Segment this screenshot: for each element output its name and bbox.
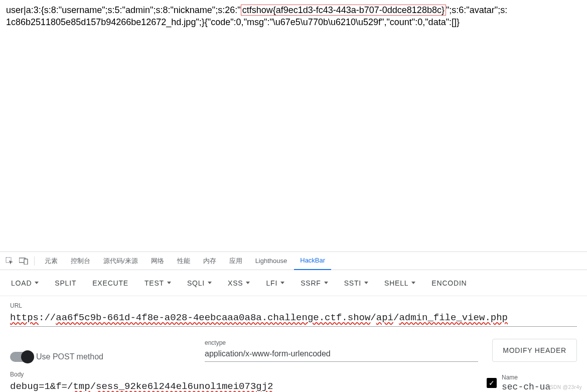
tab-network[interactable]: 网络	[145, 252, 170, 270]
caret-icon	[246, 282, 250, 284]
ssrf-label: SSRF	[301, 279, 321, 287]
devtools-tabbar: 元素 控制台 源代码/来源 网络 性能 内存 应用 Lighthouse Hac…	[0, 252, 587, 270]
caret-icon	[324, 282, 328, 284]
caret-icon	[35, 282, 39, 284]
hackbar-panel: URL https://aa6f5c9b-661d-4f8e-a028-4eeb…	[0, 296, 587, 392]
url-sep: /	[393, 312, 399, 323]
tabbar-separator	[34, 256, 35, 266]
body-seg: tmp	[73, 381, 90, 392]
url-seg-api: api	[376, 312, 393, 323]
url-label: URL	[10, 302, 577, 309]
caret-icon	[167, 282, 171, 284]
tab-application[interactable]: 应用	[223, 252, 248, 270]
response-body: user|a:3:{s:8:"username";s:5:"admin";s:8…	[0, 0, 587, 221]
post-toggle-label: Use POST method	[36, 352, 103, 361]
test-label: TEST	[144, 279, 164, 287]
header-name-label: Name	[502, 374, 577, 381]
split-button[interactable]: SPLIT	[48, 275, 83, 291]
inspect-icon[interactable]	[3, 254, 16, 268]
encoding-label: ENCODIN	[431, 279, 467, 287]
tab-hackbar[interactable]: HackBar	[294, 252, 331, 270]
enctype-value: application/x-www-form-urlencoded	[205, 349, 331, 358]
load-label: LOAD	[11, 279, 32, 287]
xss-label: XSS	[228, 279, 243, 287]
tab-console[interactable]: 控制台	[65, 252, 96, 270]
response-text-post: ";s:6:"avatar";s:	[446, 5, 507, 15]
url-sep: ://	[39, 312, 56, 323]
device-toggle-icon[interactable]	[17, 254, 30, 268]
caret-icon	[280, 282, 284, 284]
ssti-button[interactable]: SSTI	[337, 275, 375, 291]
tab-sources[interactable]: 源代码/来源	[97, 252, 144, 270]
encoding-button[interactable]: ENCODIN	[424, 275, 474, 291]
devtools-panel: 元素 控制台 源代码/来源 网络 性能 内存 应用 Lighthouse Hac…	[0, 251, 587, 392]
caret-icon	[208, 282, 212, 284]
url-host: aa6f5c9b-661d-4f8e-a028-4eebcaaa0a8a.cha…	[56, 312, 370, 323]
tab-memory[interactable]: 内存	[197, 252, 222, 270]
body-text: /	[90, 381, 96, 392]
url-input[interactable]: https://aa6f5c9b-661d-4f8e-a028-4eebcaaa…	[10, 310, 577, 327]
response-text-pre: user|a:3:{s:8:"username";s:5:"admin";s:8…	[6, 5, 241, 15]
test-button[interactable]: TEST	[137, 275, 178, 291]
enctype-select[interactable]: application/x-www-form-urlencoded	[205, 347, 478, 362]
url-seg-file: admin_file_view.php	[399, 312, 508, 323]
body-text: debug=1&f=/	[10, 381, 73, 392]
hackbar-toolbar: LOAD SPLIT EXECUTE TEST SQLI XSS LFI SSR…	[0, 270, 587, 296]
enctype-label: enctype	[205, 339, 478, 346]
shell-button[interactable]: SHELL	[377, 275, 422, 291]
execute-button[interactable]: EXECUTE	[85, 275, 135, 291]
sqli-label: SQLI	[187, 279, 205, 287]
shell-label: SHELL	[384, 279, 408, 287]
body-input[interactable]: debug=1&f=/tmp/sess_92ke6l244el6unol1mei…	[10, 379, 473, 392]
tab-performance[interactable]: 性能	[171, 252, 196, 270]
sqli-button[interactable]: SQLI	[180, 275, 219, 291]
post-toggle[interactable]	[10, 352, 33, 362]
url-sep: /	[370, 312, 376, 323]
response-text-line2: 1c86b2511805e85d157b94266be12672_hd.jpg"…	[6, 17, 460, 27]
lfi-label: LFI	[266, 279, 277, 287]
caret-icon	[364, 282, 368, 284]
split-label: SPLIT	[55, 279, 76, 287]
tab-lighthouse[interactable]: Lighthouse	[249, 252, 294, 270]
load-button[interactable]: LOAD	[4, 275, 46, 291]
body-label: Body	[10, 371, 473, 378]
url-scheme: https	[10, 312, 39, 323]
ssti-label: SSTI	[344, 279, 361, 287]
modify-header-button[interactable]: MODIFY HEADER	[492, 339, 577, 362]
header-checkbox[interactable]: ✓	[487, 378, 497, 388]
execute-label: EXECUTE	[92, 279, 128, 287]
xss-button[interactable]: XSS	[221, 275, 257, 291]
caret-icon	[411, 282, 415, 284]
watermark: CSDN @23r4y	[546, 384, 582, 390]
svg-rect-2	[24, 259, 28, 265]
ssrf-button[interactable]: SSRF	[294, 275, 335, 291]
tab-elements[interactable]: 元素	[39, 252, 64, 270]
lfi-button[interactable]: LFI	[259, 275, 291, 291]
flag-highlight: ctfshow{af9ec1d3-fc43-443a-b707-0ddce812…	[241, 5, 446, 16]
toggle-knob	[21, 350, 34, 363]
body-seg: sess_92ke6l244el6unol1mei073gj2	[96, 381, 273, 392]
